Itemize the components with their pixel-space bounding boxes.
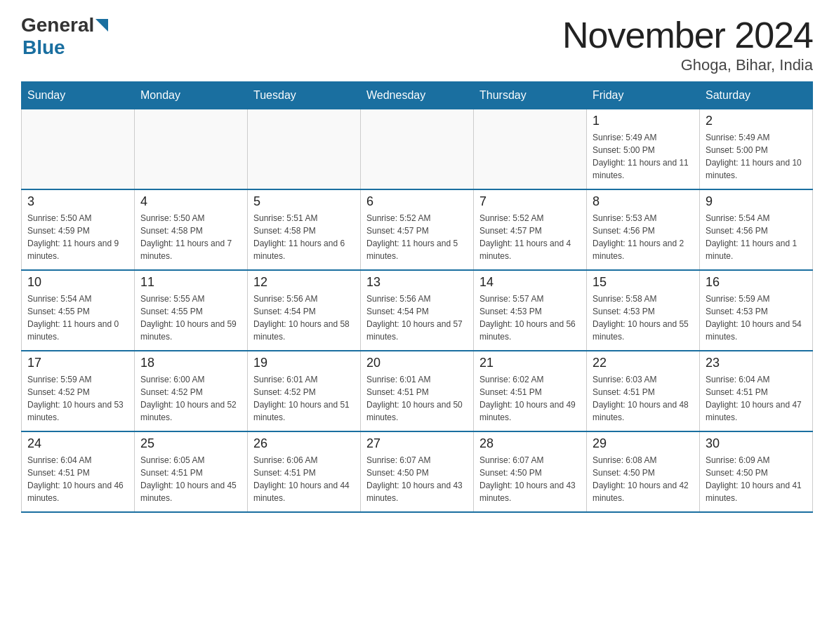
day-info: Sunrise: 5:57 AM Sunset: 4:53 PM Dayligh… [479,293,581,343]
day-number: 11 [140,275,241,290]
day-number: 26 [253,436,355,451]
calendar-cell: 24Sunrise: 6:04 AM Sunset: 4:51 PM Dayli… [22,431,135,512]
calendar-week-row: 1Sunrise: 5:49 AM Sunset: 5:00 PM Daylig… [22,109,813,190]
calendar-cell: 4Sunrise: 5:50 AM Sunset: 4:58 PM Daylig… [135,189,248,270]
day-number: 12 [253,275,355,290]
calendar-body: 1Sunrise: 5:49 AM Sunset: 5:00 PM Daylig… [22,109,813,513]
day-info: Sunrise: 6:01 AM Sunset: 4:52 PM Dayligh… [253,373,355,424]
day-number: 30 [706,436,807,451]
calendar-cell: 6Sunrise: 5:52 AM Sunset: 4:57 PM Daylig… [361,189,474,270]
calendar-cell: 26Sunrise: 6:06 AM Sunset: 4:51 PM Dayli… [248,431,361,512]
day-number: 16 [706,275,807,290]
day-info: Sunrise: 5:58 AM Sunset: 4:53 PM Dayligh… [593,293,694,343]
day-number: 29 [593,436,694,451]
logo-blue-text: Blue [22,36,65,58]
day-number: 25 [140,436,241,451]
day-info: Sunrise: 6:07 AM Sunset: 4:50 PM Dayligh… [366,454,468,504]
day-info: Sunrise: 6:04 AM Sunset: 4:51 PM Dayligh… [706,373,807,424]
calendar-cell: 22Sunrise: 6:03 AM Sunset: 4:51 PM Dayli… [587,351,700,431]
day-info: Sunrise: 5:51 AM Sunset: 4:58 PM Dayligh… [253,212,355,262]
calendar-cell: 19Sunrise: 6:01 AM Sunset: 4:52 PM Dayli… [248,351,361,431]
calendar-cell: 16Sunrise: 5:59 AM Sunset: 4:53 PM Dayli… [700,270,813,351]
day-number: 9 [706,194,807,209]
calendar-cell: 11Sunrise: 5:55 AM Sunset: 4:55 PM Dayli… [135,270,248,351]
day-info: Sunrise: 5:50 AM Sunset: 4:59 PM Dayligh… [27,212,128,262]
day-number: 10 [27,275,128,290]
day-info: Sunrise: 5:55 AM Sunset: 4:55 PM Dayligh… [140,293,241,343]
header-saturday: Saturday [700,82,813,109]
day-number: 21 [479,356,581,370]
day-number: 2 [706,114,807,128]
day-info: Sunrise: 6:07 AM Sunset: 4:50 PM Dayligh… [479,454,581,504]
day-info: Sunrise: 5:56 AM Sunset: 4:54 PM Dayligh… [253,293,355,343]
calendar-cell [22,109,135,190]
logo: General Blue [21,14,108,59]
day-info: Sunrise: 6:08 AM Sunset: 4:50 PM Dayligh… [593,454,694,504]
calendar-cell: 3Sunrise: 5:50 AM Sunset: 4:59 PM Daylig… [22,189,135,270]
day-number: 24 [27,436,128,451]
calendar-cell: 12Sunrise: 5:56 AM Sunset: 4:54 PM Dayli… [248,270,361,351]
day-number: 1 [593,114,694,128]
calendar-cell: 17Sunrise: 5:59 AM Sunset: 4:52 PM Dayli… [22,351,135,431]
calendar-cell: 5Sunrise: 5:51 AM Sunset: 4:58 PM Daylig… [248,189,361,270]
day-number: 23 [706,356,807,370]
calendar-cell: 27Sunrise: 6:07 AM Sunset: 4:50 PM Dayli… [361,431,474,512]
calendar-cell [361,109,474,190]
day-number: 28 [479,436,581,451]
calendar-title: November 2024 [562,14,813,56]
day-info: Sunrise: 6:09 AM Sunset: 4:50 PM Dayligh… [706,454,807,504]
day-info: Sunrise: 5:53 AM Sunset: 4:56 PM Dayligh… [593,212,694,262]
day-info: Sunrise: 5:56 AM Sunset: 4:54 PM Dayligh… [366,293,468,343]
day-info: Sunrise: 6:02 AM Sunset: 4:51 PM Dayligh… [479,373,581,424]
calendar-cell: 20Sunrise: 6:01 AM Sunset: 4:51 PM Dayli… [361,351,474,431]
day-number: 8 [593,194,694,209]
calendar-cell: 29Sunrise: 6:08 AM Sunset: 4:50 PM Dayli… [587,431,700,512]
day-number: 17 [27,356,128,370]
day-info: Sunrise: 6:01 AM Sunset: 4:51 PM Dayligh… [366,373,468,424]
calendar-week-row: 24Sunrise: 6:04 AM Sunset: 4:51 PM Dayli… [22,431,813,512]
day-info: Sunrise: 6:04 AM Sunset: 4:51 PM Dayligh… [27,454,128,504]
day-header-row: Sunday Monday Tuesday Wednesday Thursday… [22,82,813,109]
calendar-cell: 13Sunrise: 5:56 AM Sunset: 4:54 PM Dayli… [361,270,474,351]
day-number: 13 [366,275,468,290]
day-info: Sunrise: 6:00 AM Sunset: 4:52 PM Dayligh… [140,373,241,424]
day-info: Sunrise: 5:54 AM Sunset: 4:55 PM Dayligh… [27,293,128,343]
logo-arrow-icon [95,19,108,32]
day-number: 7 [479,194,581,209]
header-friday: Friday [587,82,700,109]
day-info: Sunrise: 6:06 AM Sunset: 4:51 PM Dayligh… [253,454,355,504]
day-number: 22 [593,356,694,370]
page-header: General Blue November 2024 Ghoga, Bihar,… [21,14,813,74]
calendar-cell: 18Sunrise: 6:00 AM Sunset: 4:52 PM Dayli… [135,351,248,431]
header-thursday: Thursday [474,82,587,109]
svg-marker-0 [95,19,108,32]
day-info: Sunrise: 5:49 AM Sunset: 5:00 PM Dayligh… [706,131,807,182]
calendar-week-row: 3Sunrise: 5:50 AM Sunset: 4:59 PM Daylig… [22,189,813,270]
day-info: Sunrise: 6:05 AM Sunset: 4:51 PM Dayligh… [140,454,241,504]
day-number: 4 [140,194,241,209]
header-wednesday: Wednesday [361,82,474,109]
day-number: 15 [593,275,694,290]
day-number: 5 [253,194,355,209]
day-info: Sunrise: 5:50 AM Sunset: 4:58 PM Dayligh… [140,212,241,262]
calendar-cell [135,109,248,190]
day-number: 19 [253,356,355,370]
calendar-cell: 2Sunrise: 5:49 AM Sunset: 5:00 PM Daylig… [700,109,813,190]
calendar-title-area: November 2024 Ghoga, Bihar, India [562,14,813,74]
day-info: Sunrise: 6:03 AM Sunset: 4:51 PM Dayligh… [593,373,694,424]
calendar-header: Sunday Monday Tuesday Wednesday Thursday… [22,82,813,109]
calendar-cell: 25Sunrise: 6:05 AM Sunset: 4:51 PM Dayli… [135,431,248,512]
day-number: 14 [479,275,581,290]
day-info: Sunrise: 5:59 AM Sunset: 4:53 PM Dayligh… [706,293,807,343]
calendar-cell: 23Sunrise: 6:04 AM Sunset: 4:51 PM Dayli… [700,351,813,431]
calendar-cell: 9Sunrise: 5:54 AM Sunset: 4:56 PM Daylig… [700,189,813,270]
calendar-cell: 8Sunrise: 5:53 AM Sunset: 4:56 PM Daylig… [587,189,700,270]
day-info: Sunrise: 5:52 AM Sunset: 4:57 PM Dayligh… [479,212,581,262]
day-number: 3 [27,194,128,209]
calendar-subtitle: Ghoga, Bihar, India [562,56,813,74]
header-tuesday: Tuesday [248,82,361,109]
calendar-cell: 10Sunrise: 5:54 AM Sunset: 4:55 PM Dayli… [22,270,135,351]
day-number: 27 [366,436,468,451]
day-info: Sunrise: 5:54 AM Sunset: 4:56 PM Dayligh… [706,212,807,262]
calendar-cell: 21Sunrise: 6:02 AM Sunset: 4:51 PM Dayli… [474,351,587,431]
